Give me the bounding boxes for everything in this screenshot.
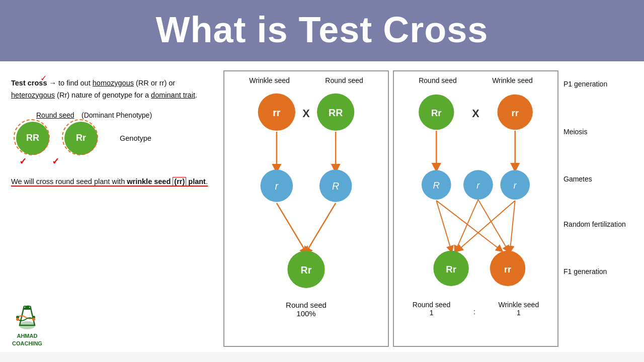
diagram-right-titles: Round seed Wrinkle seed <box>401 76 550 84</box>
result-colon: : <box>473 308 475 317</box>
page-title: What is Test Cross <box>0 9 644 50</box>
page-header: What is Test Cross <box>0 0 644 61</box>
result-wrinkle: Wrinkle seed 1 <box>499 301 539 317</box>
left-panel: ✓ Test cross → to find out homozygous (R… <box>7 68 218 347</box>
svg-point-4 <box>16 318 19 321</box>
seed-circles-row: RR Rr Genotype <box>16 122 214 155</box>
label-gametes: Gametes <box>564 174 639 185</box>
result-label-left: Round seed <box>286 301 327 309</box>
checkmarks-row: ✓ ✓ <box>19 156 214 167</box>
logo-area: AHMAD COACHING <box>12 303 42 347</box>
main-content: ✓ Test cross → to find out homozygous (R… <box>0 61 644 352</box>
logo-line1: AHMAD <box>17 333 37 339</box>
diagram-left-titles: Wrinkle seed Round seed <box>231 76 381 84</box>
diag-left-title-right: Round seed <box>325 76 363 84</box>
result-label-right-right: Wrinkle seed <box>499 301 539 309</box>
svg-line-38 <box>478 200 508 250</box>
svg-line-40 <box>436 201 500 250</box>
svg-text:r: r <box>476 180 480 191</box>
rr2-circle: Rr <box>64 122 98 155</box>
svg-text:Rr: Rr <box>301 264 312 276</box>
logo-svg <box>13 303 42 332</box>
label-p1: P1 generation <box>564 79 639 89</box>
svg-text:RR: RR <box>329 107 343 118</box>
diag-left-title-left: Wrinkle seed <box>249 76 290 84</box>
svg-line-19 <box>277 203 306 252</box>
result-round: Round seed 1 <box>413 301 451 317</box>
diagram-left: Wrinkle seed Round seed rr X RR r <box>223 70 389 347</box>
diagram-left-svg: rr X RR r R <box>231 87 381 309</box>
svg-line-20 <box>306 203 336 252</box>
svg-line-36 <box>436 201 451 250</box>
result-ratio-right: 1 <box>499 309 539 317</box>
diagrams-area: Wrinkle seed Round seed rr X RR r <box>223 68 558 347</box>
rr-circle: RR <box>16 122 49 155</box>
dominant-phenotype-label: (Dominant Phenotype) <box>82 111 152 119</box>
right-labels: P1 generation Meiosis Gametes Random fer… <box>564 68 639 347</box>
result-ratio-left: 1 <box>413 309 451 317</box>
check2-icon: ✓ <box>52 156 59 167</box>
svg-text:X: X <box>302 108 310 120</box>
svg-line-39 <box>510 201 515 250</box>
circle-border-rr <box>14 119 50 155</box>
genotype-label: Genotype <box>120 134 151 142</box>
svg-text:rr: rr <box>273 107 281 118</box>
round-seed-sublabel: Round seed <box>36 111 74 119</box>
svg-text:rr: rr <box>504 264 511 275</box>
svg-text:rr: rr <box>511 108 518 118</box>
bottom-text: We will cross round seed plant with wrin… <box>11 177 208 187</box>
svg-point-6 <box>32 318 35 321</box>
label-f1: F1 generation <box>564 267 639 277</box>
check1-icon: ✓ <box>19 156 27 167</box>
logo-text: AHMAD COACHING <box>12 332 42 347</box>
result-label-right-left: Round seed <box>413 301 451 309</box>
diagram-right: Round seed Wrinkle seed Rr X rr R r <box>393 70 558 347</box>
result-percent: 100% <box>296 309 315 318</box>
svg-text:R: R <box>332 180 339 192</box>
svg-text:X: X <box>472 108 479 120</box>
diag-right-title-right: Wrinkle seed <box>492 76 533 84</box>
svg-text:R: R <box>433 180 440 191</box>
bottom-description: We will cross round seed plant with wrin… <box>11 177 214 186</box>
diag-right-title-left: Round seed <box>419 76 457 84</box>
logo-line2: COACHING <box>12 340 42 346</box>
arrow-symbol: → <box>49 79 59 87</box>
svg-text:r: r <box>514 180 517 191</box>
checkmark-icon: ✓ <box>40 73 47 83</box>
diagram-right-svg: Rr X rr R r r <box>401 87 550 309</box>
svg-text:Rr: Rr <box>431 108 442 118</box>
label-random-fert: Random fertilization <box>564 220 639 230</box>
circle-border-rr2 <box>62 119 98 155</box>
svg-text:Rr: Rr <box>446 264 456 275</box>
label-meiosis: Meiosis <box>564 127 639 137</box>
